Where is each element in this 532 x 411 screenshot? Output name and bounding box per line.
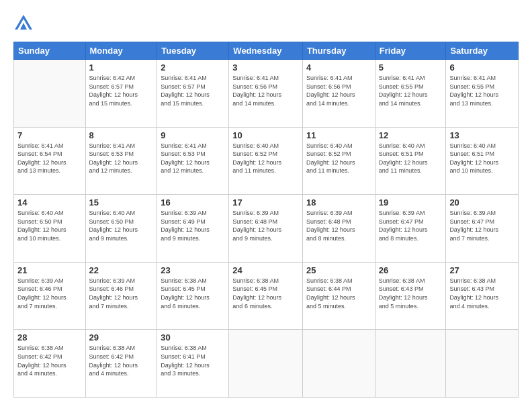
header bbox=[13, 13, 519, 34]
day-info: Sunrise: 6:39 AMSunset: 6:49 PMDaylight:… bbox=[161, 209, 225, 242]
day-number: 11 bbox=[306, 130, 371, 140]
page: SundayMondayTuesdayWednesdayThursdayFrid… bbox=[0, 0, 532, 411]
day-number: 24 bbox=[232, 265, 299, 275]
day-number: 6 bbox=[449, 62, 515, 73]
day-cell-24: 24Sunrise: 6:38 AMSunset: 6:45 PMDayligh… bbox=[229, 262, 303, 330]
day-number: 2 bbox=[161, 62, 225, 73]
day-number: 10 bbox=[232, 130, 299, 140]
col-header-thursday: Thursday bbox=[302, 42, 375, 60]
day-number: 4 bbox=[306, 62, 371, 73]
empty-cell bbox=[302, 330, 375, 398]
day-cell-1: 1Sunrise: 6:42 AMSunset: 6:57 PMDaylight… bbox=[85, 60, 157, 128]
day-info: Sunrise: 6:39 AMSunset: 6:47 PMDaylight:… bbox=[449, 209, 515, 242]
day-cell-22: 22Sunrise: 6:39 AMSunset: 6:46 PMDayligh… bbox=[85, 262, 157, 330]
day-info: Sunrise: 6:39 AMSunset: 6:48 PMDaylight:… bbox=[232, 209, 299, 242]
day-info: Sunrise: 6:41 AMSunset: 6:56 PMDaylight:… bbox=[306, 74, 371, 107]
day-number: 27 bbox=[449, 265, 515, 275]
header-row: SundayMondayTuesdayWednesdayThursdayFrid… bbox=[14, 42, 519, 60]
empty-cell bbox=[229, 330, 303, 398]
day-number: 25 bbox=[306, 265, 371, 275]
logo bbox=[13, 13, 36, 34]
day-cell-27: 27Sunrise: 6:38 AMSunset: 6:43 PMDayligh… bbox=[446, 262, 519, 330]
col-header-friday: Friday bbox=[375, 42, 446, 60]
day-number: 22 bbox=[89, 265, 154, 275]
day-cell-13: 13Sunrise: 6:40 AMSunset: 6:51 PMDayligh… bbox=[446, 127, 519, 195]
day-cell-3: 3Sunrise: 6:41 AMSunset: 6:56 PMDaylight… bbox=[229, 60, 303, 128]
logo-icon bbox=[13, 13, 34, 34]
day-cell-8: 8Sunrise: 6:41 AMSunset: 6:53 PMDaylight… bbox=[85, 127, 157, 195]
day-cell-23: 23Sunrise: 6:38 AMSunset: 6:45 PMDayligh… bbox=[157, 262, 229, 330]
day-number: 12 bbox=[379, 130, 443, 140]
day-info: Sunrise: 6:39 AMSunset: 6:48 PMDaylight:… bbox=[306, 209, 371, 242]
day-cell-15: 15Sunrise: 6:40 AMSunset: 6:50 PMDayligh… bbox=[85, 195, 157, 263]
day-cell-5: 5Sunrise: 6:41 AMSunset: 6:55 PMDaylight… bbox=[375, 60, 446, 128]
col-header-monday: Monday bbox=[85, 42, 157, 60]
day-number: 19 bbox=[379, 197, 443, 208]
day-cell-18: 18Sunrise: 6:39 AMSunset: 6:48 PMDayligh… bbox=[302, 195, 375, 263]
week-row-4: 21Sunrise: 6:39 AMSunset: 6:46 PMDayligh… bbox=[14, 262, 519, 330]
empty-cell bbox=[375, 330, 446, 398]
day-info: Sunrise: 6:40 AMSunset: 6:50 PMDaylight:… bbox=[17, 209, 82, 242]
day-cell-25: 25Sunrise: 6:38 AMSunset: 6:44 PMDayligh… bbox=[302, 262, 375, 330]
day-cell-26: 26Sunrise: 6:38 AMSunset: 6:43 PMDayligh… bbox=[375, 262, 446, 330]
week-row-2: 7Sunrise: 6:41 AMSunset: 6:54 PMDaylight… bbox=[14, 127, 519, 195]
day-cell-17: 17Sunrise: 6:39 AMSunset: 6:48 PMDayligh… bbox=[229, 195, 303, 263]
day-info: Sunrise: 6:38 AMSunset: 6:42 PMDaylight:… bbox=[89, 344, 154, 377]
day-cell-4: 4Sunrise: 6:41 AMSunset: 6:56 PMDaylight… bbox=[302, 60, 375, 128]
day-number: 26 bbox=[379, 265, 443, 275]
col-header-wednesday: Wednesday bbox=[229, 42, 303, 60]
day-info: Sunrise: 6:41 AMSunset: 6:56 PMDaylight:… bbox=[232, 74, 299, 107]
week-row-3: 14Sunrise: 6:40 AMSunset: 6:50 PMDayligh… bbox=[14, 195, 519, 263]
day-cell-30: 30Sunrise: 6:38 AMSunset: 6:41 PMDayligh… bbox=[157, 330, 229, 398]
day-number: 21 bbox=[17, 265, 82, 275]
day-info: Sunrise: 6:41 AMSunset: 6:55 PMDaylight:… bbox=[449, 74, 515, 107]
day-number: 8 bbox=[89, 130, 154, 140]
day-info: Sunrise: 6:39 AMSunset: 6:47 PMDaylight:… bbox=[379, 209, 443, 242]
day-info: Sunrise: 6:38 AMSunset: 6:42 PMDaylight:… bbox=[17, 344, 82, 377]
day-number: 18 bbox=[306, 197, 371, 208]
day-cell-2: 2Sunrise: 6:41 AMSunset: 6:57 PMDaylight… bbox=[157, 60, 229, 128]
day-number: 17 bbox=[232, 197, 299, 208]
day-cell-9: 9Sunrise: 6:41 AMSunset: 6:53 PMDaylight… bbox=[157, 127, 229, 195]
day-info: Sunrise: 6:38 AMSunset: 6:45 PMDaylight:… bbox=[232, 277, 299, 310]
day-cell-28: 28Sunrise: 6:38 AMSunset: 6:42 PMDayligh… bbox=[14, 330, 86, 398]
week-row-5: 28Sunrise: 6:38 AMSunset: 6:42 PMDayligh… bbox=[14, 330, 519, 398]
day-info: Sunrise: 6:38 AMSunset: 6:43 PMDaylight:… bbox=[379, 277, 443, 310]
day-info: Sunrise: 6:40 AMSunset: 6:52 PMDaylight:… bbox=[232, 142, 299, 175]
day-cell-7: 7Sunrise: 6:41 AMSunset: 6:54 PMDaylight… bbox=[14, 127, 86, 195]
day-info: Sunrise: 6:41 AMSunset: 6:53 PMDaylight:… bbox=[89, 142, 154, 175]
week-row-1: 1Sunrise: 6:42 AMSunset: 6:57 PMDaylight… bbox=[14, 60, 519, 128]
day-cell-6: 6Sunrise: 6:41 AMSunset: 6:55 PMDaylight… bbox=[446, 60, 519, 128]
day-info: Sunrise: 6:41 AMSunset: 6:53 PMDaylight:… bbox=[161, 142, 225, 175]
day-info: Sunrise: 6:38 AMSunset: 6:45 PMDaylight:… bbox=[161, 277, 225, 310]
calendar-table: SundayMondayTuesdayWednesdayThursdayFrid… bbox=[13, 42, 519, 398]
day-info: Sunrise: 6:40 AMSunset: 6:51 PMDaylight:… bbox=[379, 142, 443, 175]
day-number: 7 bbox=[17, 130, 82, 140]
day-number: 20 bbox=[449, 197, 515, 208]
day-number: 1 bbox=[89, 62, 154, 73]
col-header-sunday: Sunday bbox=[14, 42, 86, 60]
day-number: 14 bbox=[17, 197, 82, 208]
day-cell-21: 21Sunrise: 6:39 AMSunset: 6:46 PMDayligh… bbox=[14, 262, 86, 330]
day-number: 30 bbox=[161, 332, 225, 342]
day-info: Sunrise: 6:42 AMSunset: 6:57 PMDaylight:… bbox=[89, 74, 154, 107]
day-info: Sunrise: 6:39 AMSunset: 6:46 PMDaylight:… bbox=[89, 277, 154, 310]
day-number: 28 bbox=[17, 332, 82, 342]
day-info: Sunrise: 6:40 AMSunset: 6:50 PMDaylight:… bbox=[89, 209, 154, 242]
day-info: Sunrise: 6:40 AMSunset: 6:52 PMDaylight:… bbox=[306, 142, 371, 175]
day-cell-14: 14Sunrise: 6:40 AMSunset: 6:50 PMDayligh… bbox=[14, 195, 86, 263]
empty-cell bbox=[446, 330, 519, 398]
day-info: Sunrise: 6:38 AMSunset: 6:41 PMDaylight:… bbox=[161, 344, 225, 377]
day-cell-11: 11Sunrise: 6:40 AMSunset: 6:52 PMDayligh… bbox=[302, 127, 375, 195]
day-number: 9 bbox=[161, 130, 225, 140]
day-cell-12: 12Sunrise: 6:40 AMSunset: 6:51 PMDayligh… bbox=[375, 127, 446, 195]
col-header-tuesday: Tuesday bbox=[157, 42, 229, 60]
day-number: 3 bbox=[232, 62, 299, 73]
empty-cell bbox=[14, 60, 86, 128]
day-cell-19: 19Sunrise: 6:39 AMSunset: 6:47 PMDayligh… bbox=[375, 195, 446, 263]
day-cell-16: 16Sunrise: 6:39 AMSunset: 6:49 PMDayligh… bbox=[157, 195, 229, 263]
day-number: 15 bbox=[89, 197, 154, 208]
day-info: Sunrise: 6:41 AMSunset: 6:55 PMDaylight:… bbox=[379, 74, 443, 107]
day-info: Sunrise: 6:39 AMSunset: 6:46 PMDaylight:… bbox=[17, 277, 82, 310]
day-number: 13 bbox=[449, 130, 515, 140]
